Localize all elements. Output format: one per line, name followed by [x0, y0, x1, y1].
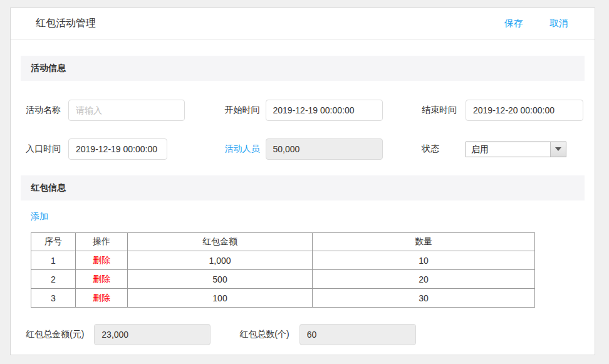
- cell-index: 2: [31, 270, 76, 289]
- activity-name-group: 活动名称: [26, 100, 185, 121]
- entry-time-label: 入口时间: [26, 143, 68, 155]
- delete-row-button[interactable]: 删除: [93, 293, 110, 303]
- add-packet-button[interactable]: 添加: [31, 211, 48, 222]
- cell-amount: 100: [128, 289, 313, 308]
- status-group: 状态 启用: [422, 142, 583, 157]
- cell-amount: 1,000: [128, 251, 313, 270]
- delete-row-button[interactable]: 删除: [93, 274, 110, 284]
- activity-name-input[interactable]: [68, 100, 185, 121]
- packet-table-header-row: 序号 操作 红包金额 数量: [31, 233, 535, 251]
- card-header: 红包活动管理 保存 取消: [11, 8, 595, 39]
- cell-quantity: 10: [313, 251, 535, 270]
- status-select-value: 启用: [466, 142, 550, 157]
- activity-name-label: 活动名称: [26, 105, 68, 116]
- form-row-1: 活动名称 开始时间 结束时间: [26, 100, 583, 121]
- start-time-input[interactable]: [266, 100, 383, 121]
- cell-index: 1: [31, 251, 76, 270]
- page-title: 红包活动管理: [36, 17, 96, 30]
- cell-quantity: 30: [313, 289, 535, 308]
- total-amount-label: 红包总金额(元): [26, 329, 84, 340]
- status-select[interactable]: 启用: [466, 142, 566, 157]
- entry-time-input[interactable]: [68, 138, 167, 160]
- end-time-group: 结束时间: [422, 100, 583, 121]
- participants-group: 活动人员: [225, 138, 382, 160]
- table-row: 1 删除 1,000 10: [31, 251, 535, 270]
- redpacket-activity-card: 红包活动管理 保存 取消 活动信息 活动名称 开始时间 结束时间 入口时间 活动…: [10, 8, 595, 355]
- activity-info-section-header: 活动信息: [21, 56, 585, 81]
- end-time-label: 结束时间: [422, 105, 466, 116]
- participants-input: [266, 138, 383, 160]
- save-button[interactable]: 保存: [504, 18, 523, 29]
- col-header-index: 序号: [31, 233, 76, 251]
- table-row: 2 删除 500 20: [31, 270, 535, 289]
- col-header-amount: 红包金额: [128, 233, 313, 251]
- chevron-down-icon[interactable]: [550, 142, 566, 157]
- packet-info-section-header: 红包信息: [21, 175, 585, 200]
- entry-time-group: 入口时间: [26, 138, 185, 160]
- form-row-2: 入口时间 活动人员 状态 启用: [26, 138, 583, 160]
- end-time-input[interactable]: [466, 100, 583, 121]
- cell-amount: 500: [128, 270, 313, 289]
- delete-row-button[interactable]: 删除: [93, 255, 110, 265]
- packet-table: 序号 操作 红包金额 数量 1 删除 1,000 10 2 删除 500 20 …: [31, 232, 535, 308]
- start-time-group: 开始时间: [225, 100, 382, 121]
- cell-index: 3: [31, 289, 76, 308]
- header-actions: 保存 取消: [504, 18, 568, 29]
- col-header-operation: 操作: [76, 233, 128, 251]
- cancel-button[interactable]: 取消: [549, 18, 568, 29]
- total-count-label: 红包总数(个): [239, 329, 289, 340]
- table-row: 3 删除 100 30: [31, 289, 535, 308]
- participants-link[interactable]: 活动人员: [225, 143, 266, 155]
- start-time-label: 开始时间: [225, 105, 266, 116]
- col-header-quantity: 数量: [313, 233, 535, 251]
- total-count-input: [299, 324, 416, 345]
- totals-row: 红包总金额(元) 红包总数(个): [26, 324, 595, 345]
- status-label: 状态: [422, 143, 466, 155]
- cell-quantity: 20: [313, 270, 535, 289]
- total-amount-input: [94, 324, 211, 345]
